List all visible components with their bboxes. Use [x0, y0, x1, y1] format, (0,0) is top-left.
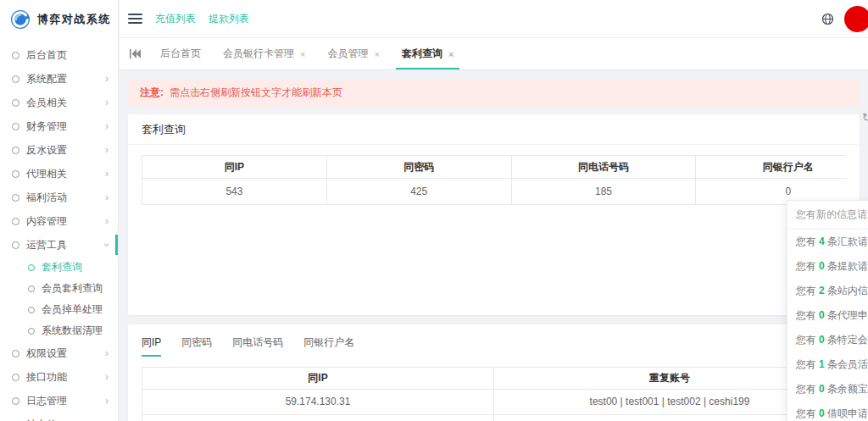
- detail-tab[interactable]: 同密码: [181, 335, 212, 357]
- detail-tab[interactable]: 同银行户名: [303, 335, 354, 357]
- summary-value-row: 5434251850: [142, 179, 847, 205]
- notification-count: 2: [819, 285, 825, 296]
- sidebar: 博弈对战系统 后台首页 系统配置 › 会员相关 › 财务管: [0, 0, 119, 421]
- sidebar-item-label: 内容管理: [26, 214, 105, 229]
- chevron-icon: ›: [105, 395, 108, 407]
- sidebar-item-label: 运营工具: [26, 238, 105, 252]
- close-tab-icon[interactable]: ×: [300, 49, 305, 59]
- detail-tab[interactable]: 同IP: [142, 335, 161, 357]
- sidebar-item[interactable]: 会员相关 ›: [0, 91, 118, 114]
- topnav-recharge-list-link[interactable]: 充值列表: [155, 12, 196, 26]
- sidebar-item-label: 会员套利查询: [42, 281, 108, 296]
- detail-header-row: 同IP重复账号: [142, 368, 846, 390]
- summary-header-cell: 同密码: [326, 156, 511, 179]
- page-tab[interactable]: 后台首页: [149, 38, 212, 69]
- menu-bullet-icon: [28, 285, 35, 292]
- arbitrage-summary-panel: 套利查询 同IP同密码同电话号码同银行户名 5434251850: [128, 114, 860, 315]
- notification-item[interactable]: 您有0条提款请求未处理: [787, 254, 868, 279]
- notification-item[interactable]: 您有0条特定会员登录提醒: [787, 328, 868, 352]
- page-tabs: 后台首页 会员银行卡管理 × 会员管理 × 套利查询 ×: [149, 38, 465, 69]
- sidebar-item-label: 反水设置: [26, 143, 105, 158]
- chevron-icon: ›: [105, 168, 108, 180]
- page-tab-label: 会员银行卡管理: [223, 47, 294, 61]
- notification-item[interactable]: 您有2条站内信未处理: [787, 279, 868, 303]
- sidebar-item[interactable]: 接口功能 ›: [0, 365, 118, 389]
- sidebar-item-label: 财务管理: [26, 119, 105, 134]
- topnav-withdraw-list-link[interactable]: 提款列表: [209, 12, 249, 26]
- sidebar-item[interactable]: 内容管理 ›: [0, 209, 118, 233]
- notification-prefix: 您有: [796, 285, 816, 296]
- sidebar-item[interactable]: 套利查询: [0, 257, 118, 278]
- alert-text: 需点击右侧刷新按钮文字才能刷新本页: [170, 86, 342, 98]
- chevron-icon: ›: [101, 243, 113, 247]
- sidebar-item[interactable]: 会员套利查询: [0, 278, 118, 299]
- sidebar-item-label: 系统数据清理: [42, 324, 108, 338]
- sidebar-item-label: 会员掉单处理: [42, 302, 108, 317]
- close-tab-icon[interactable]: ×: [448, 49, 453, 59]
- menu-bullet-icon: [12, 147, 19, 154]
- notification-prefix: 您有: [796, 260, 816, 272]
- topbar-right: [821, 0, 868, 37]
- sidebar-item-label: 站内信: [26, 418, 105, 421]
- notification-text: 条余额宝购买提醒: [827, 383, 868, 395]
- detail-header-cell: 同IP: [142, 368, 494, 390]
- notification-prefix: 您有: [796, 407, 816, 419]
- detail-table: 同IP重复账号 59.174.130.31 test00 | test001 |…: [142, 367, 846, 421]
- table-row: 216.83.52.35 aaaaa1 | newtest1 | newtest…: [142, 415, 846, 421]
- sidebar-item[interactable]: 系统数据清理: [0, 320, 118, 341]
- notifications-title: 您有新的信息请及时处理: [787, 201, 868, 230]
- sidebar-item[interactable]: 运营工具 ›: [0, 233, 118, 257]
- menu-bullet-icon: [28, 328, 35, 335]
- page-tab[interactable]: 会员管理 ×: [316, 38, 390, 69]
- notification-item[interactable]: 您有0条余额宝购买提醒: [787, 377, 868, 402]
- app-title: 博弈对战系统: [37, 12, 111, 27]
- notification-prefix: 您有: [796, 235, 816, 247]
- notifications-dropdown: 您有新的信息请及时处理 您有4条汇款请求未处理 您有0条提款请求未处理 您有2条…: [787, 200, 868, 421]
- notification-item[interactable]: 您有0借呗申请提醒: [787, 402, 868, 421]
- detail-tab-label: 同银行户名: [303, 336, 354, 348]
- ip-cell: 59.174.130.31: [142, 390, 494, 415]
- sidebar-item[interactable]: 财务管理 ›: [0, 114, 118, 138]
- globe-icon[interactable]: [821, 13, 834, 25]
- sidebar-item[interactable]: 反水设置 ›: [0, 138, 118, 162]
- detail-tab[interactable]: 同电话号码: [232, 335, 283, 357]
- page-tab[interactable]: 套利查询 ×: [391, 38, 465, 69]
- sidebar-item-label: 福利活动: [26, 191, 105, 205]
- notification-count: 0: [819, 309, 825, 321]
- sidebar-item[interactable]: 站内信 ›: [0, 413, 118, 421]
- sidebar-item-label: 权限设置: [26, 346, 105, 361]
- sidebar-item[interactable]: 日志管理 ›: [0, 389, 118, 413]
- sidebar-item[interactable]: 系统配置 ›: [0, 67, 118, 91]
- user-avatar[interactable]: [844, 6, 868, 32]
- menu-toggle-icon[interactable]: [128, 14, 142, 24]
- sidebar-menu: 后台首页 系统配置 › 会员相关 › 财务管理 ›: [0, 39, 118, 421]
- close-tab-icon[interactable]: ×: [374, 49, 379, 59]
- sidebar-item[interactable]: 会员掉单处理: [0, 299, 118, 320]
- page-tab-label: 会员管理: [327, 47, 368, 61]
- summary-value-cell: 185: [511, 179, 696, 205]
- sidebar-item[interactable]: 权限设置 ›: [0, 341, 118, 365]
- summary-header-row: 同IP同密码同电话号码同银行户名: [142, 156, 847, 179]
- scroll-tabs-left-icon[interactable]: [126, 38, 149, 69]
- summary-value-cell: 543: [142, 179, 327, 205]
- notification-count: 4: [819, 235, 825, 247]
- notification-item[interactable]: 您有0条代理申请未处理: [787, 303, 868, 328]
- sidebar-item[interactable]: 代理相关 ›: [0, 162, 118, 186]
- notification-text: 条会员活动申请: [827, 358, 868, 370]
- page-tab-label: 套利查询: [402, 47, 442, 61]
- sidebar-item[interactable]: 福利活动 ›: [0, 186, 118, 209]
- sidebar-item[interactable]: 后台首页: [0, 43, 118, 67]
- notification-item[interactable]: 您有4条汇款请求未处理: [787, 230, 868, 254]
- chevron-icon: ›: [105, 215, 108, 227]
- alert-prefix: 注意:: [140, 86, 164, 98]
- notification-text: 条提款请求未处理: [827, 260, 868, 272]
- chevron-icon: ›: [105, 347, 108, 359]
- page-tab[interactable]: 会员银行卡管理 ×: [212, 38, 316, 69]
- menu-bullet-icon: [12, 123, 19, 130]
- panel-refresh-icon[interactable]: ↻: [862, 111, 868, 124]
- notification-count: 0: [819, 260, 825, 272]
- chevron-icon: ›: [105, 371, 108, 383]
- menu-bullet-icon: [12, 75, 19, 83]
- sidebar-item-label: 接口功能: [26, 370, 105, 385]
- notification-item[interactable]: 您有1条会员活动申请: [787, 352, 868, 377]
